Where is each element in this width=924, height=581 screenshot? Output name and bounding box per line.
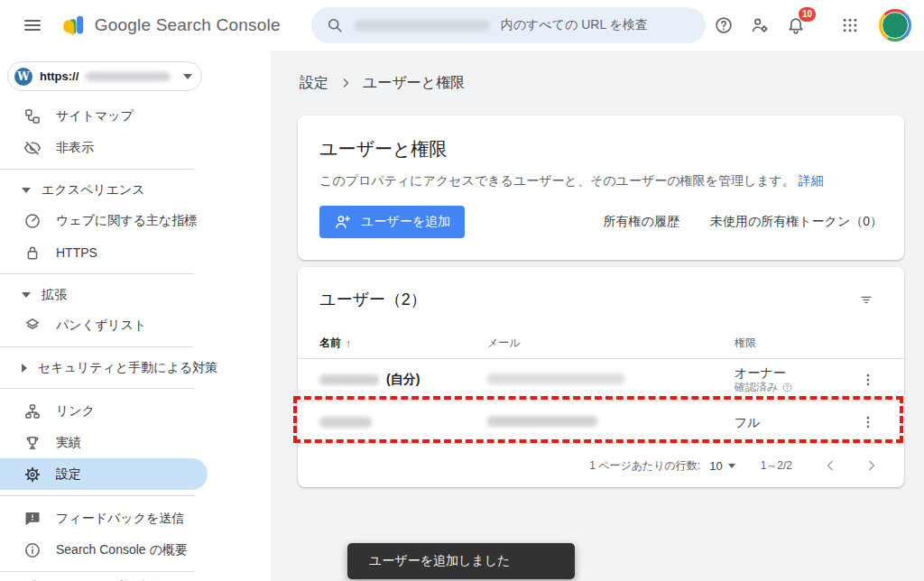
column-header-name[interactable]: 名前 ↑ xyxy=(319,336,487,351)
verified-help-icon[interactable] xyxy=(781,382,793,393)
verified-label: 確認済み xyxy=(735,381,778,394)
column-header-email[interactable]: メール xyxy=(487,336,735,351)
next-page-button[interactable] xyxy=(863,456,881,475)
url-inspection-search-input[interactable]: 内のすべての URL を検査 xyxy=(311,7,706,43)
add-user-button[interactable]: ユーザーを追加 xyxy=(319,206,465,238)
search-placeholder-text: 内のすべての URL を検査 xyxy=(501,17,648,33)
collapse-caret-icon xyxy=(22,188,31,193)
help-button[interactable] xyxy=(706,7,742,43)
property-protocol: https:// xyxy=(40,69,79,83)
sidebar-section-enhancements[interactable]: 拡張 xyxy=(0,281,271,309)
sidebar-item-label: パンくずリスト xyxy=(56,318,146,334)
gear-icon xyxy=(23,466,42,484)
breadcrumb-current: ユーザーと権限 xyxy=(363,74,465,93)
breadcrumb: 設定 ユーザーと権限 xyxy=(298,51,904,115)
row-menu-button[interactable] xyxy=(854,365,882,394)
breadcrumb-settings-link[interactable]: 設定 xyxy=(300,74,328,93)
sidebar-item-label: Search Console の概要 xyxy=(56,542,188,558)
sidebar-item-label: HTTPS xyxy=(56,245,97,260)
sidebar-item-sitemaps[interactable]: サイトマップ xyxy=(0,100,271,132)
sidebar-item-label: 設定 xyxy=(56,466,81,483)
sidebar-item-https[interactable]: HTTPS xyxy=(0,236,271,268)
sort-ascending-icon: ↑ xyxy=(346,337,351,350)
hamburger-menu-button[interactable] xyxy=(14,7,51,43)
redacted-user-name xyxy=(319,374,379,385)
more-vertical-icon xyxy=(860,372,876,388)
google-search-console-app: Google Search Console 内のすべての URL を検査 10 xyxy=(0,0,924,581)
sidebar-item-links[interactable]: リンク xyxy=(0,395,271,427)
expand-caret-icon xyxy=(22,364,27,373)
feedback-icon xyxy=(23,510,42,528)
sidebar-item-removals[interactable]: 非表示 xyxy=(0,132,271,163)
card-title: ユーザーと権限 xyxy=(319,137,882,161)
toast-notification: ユーザーを追加しました xyxy=(347,543,575,579)
collapse-caret-icon xyxy=(22,292,31,298)
more-vertical-icon xyxy=(860,414,876,430)
sidebar-section-label: 拡張 xyxy=(42,287,67,303)
table-row-owner: (自分) オーナー 確認済み xyxy=(298,359,904,401)
sidebar-item-label: リンク xyxy=(56,403,95,420)
sidebar-section-label: セキュリティと手動による対策 xyxy=(38,360,217,376)
unused-tokens-link[interactable]: 未使用の所有権トークン（0） xyxy=(710,214,882,230)
add-user-button-label: ユーザーを追加 xyxy=(361,214,450,230)
links-tree-icon xyxy=(23,402,42,420)
topbar-actions: 10 xyxy=(706,7,924,43)
users-table-card: ユーザー（2） 名前 ↑ メール 権限 xyxy=(298,267,904,487)
table-pagination: 1 ページあたりの行数: 10 1～2/2 xyxy=(298,444,904,487)
account-avatar[interactable] xyxy=(879,9,911,42)
top-bar: Google Search Console 内のすべての URL を検査 10 xyxy=(0,0,924,51)
chevron-down-icon xyxy=(183,74,192,79)
ownership-history-link[interactable]: 所有権の履歴 xyxy=(604,214,679,230)
sidebar-divider xyxy=(0,571,194,572)
self-label: (自分) xyxy=(386,372,420,388)
table-row-full-user: フル xyxy=(298,401,904,444)
sidebar-divider xyxy=(0,495,194,496)
property-selector[interactable]: W https:// xyxy=(7,61,202,91)
app-title: Google Search Console xyxy=(95,15,281,35)
sidebar-divider xyxy=(0,388,194,389)
sidebar-item-about-search-console[interactable]: Search Console の概要 xyxy=(0,534,271,566)
row-menu-button[interactable] xyxy=(854,408,882,437)
trophy-icon xyxy=(23,434,42,452)
sidebar-section-security[interactable]: セキュリティと手動による対策 xyxy=(0,354,271,383)
sidebar-item-label: フィードバックを送信 xyxy=(56,511,184,527)
pagination-range: 1～2/2 xyxy=(761,458,792,474)
previous-page-button[interactable] xyxy=(821,456,839,475)
sidebar-section-experience[interactable]: エクスペリエンス xyxy=(0,176,271,205)
chevron-down-icon xyxy=(728,464,735,468)
rows-per-page-select[interactable]: 10 xyxy=(709,459,735,473)
notifications-button[interactable]: 10 xyxy=(778,7,814,43)
sidebar-divider xyxy=(0,273,194,274)
sidebar-item-feedback[interactable]: フィードバックを送信 xyxy=(0,503,271,534)
sidebar-item-label: 実績 xyxy=(56,435,81,451)
apps-grid-icon xyxy=(841,16,859,34)
sidebar-item-label: 非表示 xyxy=(56,140,94,156)
eye-off-icon xyxy=(23,139,42,157)
gauge-icon xyxy=(23,212,42,230)
redacted-search-property-url xyxy=(355,20,490,32)
sidebar-item-core-web-vitals[interactable]: ウェブに関する主な指標 xyxy=(0,205,271,236)
breadcrumbs-layers-icon xyxy=(23,317,42,335)
wordpress-icon: W xyxy=(14,68,32,86)
sidebar-item-achievements[interactable]: 実績 xyxy=(0,427,271,458)
lock-icon xyxy=(23,244,42,262)
app-logo[interactable]: Google Search Console xyxy=(61,14,281,38)
filter-button[interactable] xyxy=(850,283,882,316)
main-content: 設定 ユーザーと権限 ユーザーと権限 このプロパティにアクセスできるユーザーと、… xyxy=(271,51,924,581)
permission-value: フル xyxy=(735,415,846,430)
sidebar-item-label: サイトマップ xyxy=(56,108,134,124)
sidebar-item-settings[interactable]: 設定 xyxy=(0,458,208,490)
sidebar-item-breadcrumbs[interactable]: パンくずリスト xyxy=(0,309,271,341)
info-icon xyxy=(23,541,42,559)
google-apps-button[interactable] xyxy=(832,7,868,43)
search-console-logo-icon xyxy=(61,14,86,38)
users-table-title: ユーザー（2） xyxy=(319,289,427,310)
details-link[interactable]: 詳細 xyxy=(799,173,824,188)
sidebar-item-label: ウェブに関する主な指標 xyxy=(56,213,197,229)
user-settings-button[interactable] xyxy=(742,7,778,43)
filter-icon xyxy=(858,291,874,308)
redacted-property-domain xyxy=(86,72,171,81)
sidebar-divider xyxy=(0,169,194,170)
column-header-permission[interactable]: 権限 xyxy=(735,336,846,351)
permission-value: オーナー xyxy=(735,365,846,381)
